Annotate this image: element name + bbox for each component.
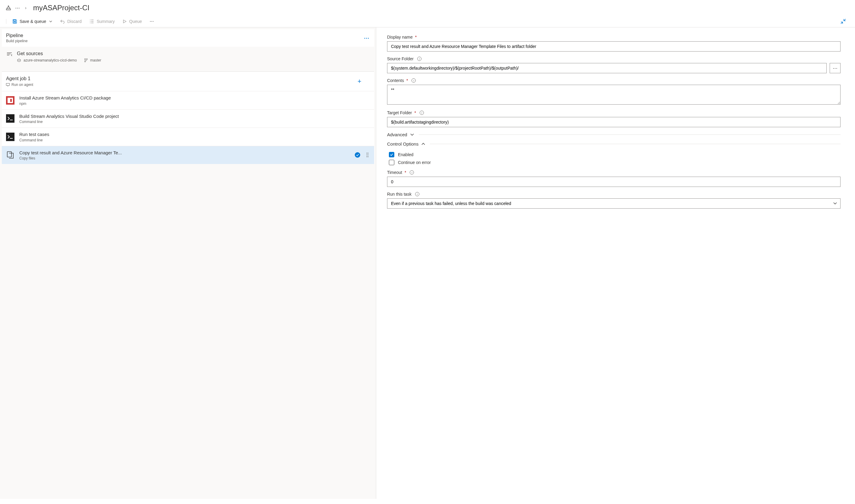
- target-folder-input[interactable]: [387, 117, 840, 127]
- repo-icon: [17, 58, 21, 62]
- contents-textarea[interactable]: [387, 85, 840, 105]
- pipeline-title: Pipeline: [6, 33, 28, 38]
- required-marker: *: [406, 78, 408, 83]
- svg-rect-4: [6, 84, 10, 86]
- terminal-icon: [6, 114, 15, 123]
- svg-point-13: [367, 155, 367, 155]
- svg-point-2: [86, 58, 87, 60]
- svg-rect-0: [6, 9, 11, 10]
- breadcrumb-more[interactable]: ⋯: [15, 5, 20, 11]
- task-title: Copy test result and Azure Resource Mana…: [19, 150, 128, 156]
- task-row-selected[interactable]: Copy test result and Azure Resource Mana…: [2, 146, 374, 164]
- undo-icon: [60, 19, 65, 24]
- drag-handle-icon[interactable]: [365, 152, 370, 157]
- copy-icon: [6, 151, 15, 159]
- task-row[interactable]: Run test cases Command line: [2, 127, 374, 146]
- task-row[interactable]: Build Stream Analytics Visual Studio Cod…: [2, 109, 374, 128]
- chevron-right-icon: ›: [24, 5, 27, 10]
- chevron-down-icon: [49, 20, 52, 22]
- browse-button[interactable]: ⋯: [830, 63, 840, 73]
- toolbar-more[interactable]: ⋯: [150, 19, 154, 24]
- breadcrumb: ⋯ › myASAProject-CI: [0, 0, 855, 16]
- task-subtitle: Command line: [19, 138, 370, 142]
- task-title: Install Azure Stream Analytics CI/CD pac…: [19, 95, 370, 101]
- discard-button[interactable]: Discard: [60, 19, 82, 24]
- npm-icon: [6, 96, 15, 105]
- source-folder-input[interactable]: [387, 63, 827, 73]
- info-icon[interactable]: i: [410, 170, 414, 175]
- info-icon[interactable]: i: [415, 192, 419, 196]
- enabled-label: Enabled: [398, 152, 413, 157]
- required-marker: *: [414, 110, 416, 115]
- toolbar: Save & queue Discard Summary Queue ⋯: [0, 16, 855, 28]
- info-icon[interactable]: i: [417, 57, 421, 61]
- save-icon: [12, 19, 17, 24]
- agent-job-title: Agent job 1: [6, 76, 33, 82]
- svg-point-16: [368, 157, 368, 157]
- get-sources-icon: [6, 51, 13, 56]
- task-title: Run test cases: [19, 131, 370, 138]
- branch-icon: [84, 58, 88, 62]
- task-subtitle: npm: [19, 102, 370, 106]
- branch-name: master: [90, 58, 101, 62]
- target-folder-label: Target Folder: [387, 110, 412, 115]
- task-subtitle: Copy files: [19, 156, 350, 160]
- get-sources-row[interactable]: Get sources azure-streamanalytics-cicd-d…: [2, 48, 374, 67]
- task-subtitle: Command line: [19, 120, 370, 124]
- svg-point-11: [367, 153, 367, 154]
- display-name-input[interactable]: [387, 41, 840, 52]
- chevron-down-icon: [410, 133, 414, 136]
- pipeline-subtitle: Build pipeline: [6, 39, 28, 43]
- chevron-up-icon: [421, 143, 425, 145]
- svg-rect-8: [6, 114, 15, 123]
- list-icon: [89, 19, 94, 24]
- repo-name: azure-streamanalytics-cicd-demo: [23, 58, 77, 62]
- info-icon[interactable]: i: [412, 78, 416, 83]
- get-sources-title: Get sources: [17, 51, 370, 58]
- control-options-section[interactable]: Control Options: [387, 141, 840, 146]
- run-this-task-select[interactable]: [387, 198, 840, 209]
- terminal-icon: [6, 133, 15, 141]
- queue-button[interactable]: Queue: [122, 19, 142, 24]
- svg-rect-10: [7, 151, 12, 157]
- advanced-section[interactable]: Advanced: [387, 132, 840, 137]
- task-row[interactable]: Install Azure Stream Analytics CI/CD pac…: [2, 91, 374, 109]
- display-name-label: Display name: [387, 35, 413, 39]
- svg-point-3: [85, 61, 86, 62]
- pipeline-more[interactable]: ⋯: [364, 35, 370, 41]
- play-icon: [122, 19, 127, 23]
- svg-point-1: [85, 58, 86, 60]
- pipeline-row[interactable]: Pipeline Build pipeline ⋯: [2, 29, 374, 47]
- required-marker: *: [405, 170, 406, 175]
- agent-job-row[interactable]: Agent job 1 Run on agent +: [2, 71, 374, 91]
- info-icon[interactable]: i: [420, 111, 424, 115]
- pipeline-icon: [6, 5, 11, 10]
- run-this-task-label: Run this task: [387, 192, 412, 197]
- main: Pipeline Build pipeline ⋯ Get sources az…: [0, 28, 855, 499]
- timeout-input[interactable]: [387, 177, 840, 187]
- add-task-button[interactable]: +: [357, 77, 370, 85]
- page-title[interactable]: myASAProject-CI: [33, 4, 90, 12]
- svg-point-15: [367, 157, 367, 157]
- required-marker: *: [415, 35, 417, 39]
- svg-rect-7: [10, 99, 12, 102]
- contents-label: Contents: [387, 78, 404, 83]
- summary-button[interactable]: Summary: [89, 19, 115, 24]
- svg-rect-9: [6, 133, 15, 141]
- task-title: Build Stream Analytics Visual Studio Cod…: [19, 113, 370, 119]
- check-badge-icon: [355, 152, 360, 158]
- timeout-label: Timeout: [387, 170, 402, 175]
- enabled-checkbox[interactable]: [389, 152, 394, 157]
- task-details-panel: Display name * Source Folder i ⋯ Content…: [376, 28, 855, 499]
- svg-point-14: [368, 155, 368, 155]
- continue-on-error-label: Continue on error: [398, 160, 431, 165]
- exit-fullscreen-icon[interactable]: [840, 19, 849, 24]
- agent-icon: [6, 83, 10, 86]
- source-folder-label: Source Folder: [387, 56, 414, 61]
- save-queue-button[interactable]: Save & queue: [6, 19, 52, 24]
- svg-point-12: [368, 153, 368, 154]
- tasks-panel: Pipeline Build pipeline ⋯ Get sources az…: [0, 28, 376, 499]
- continue-on-error-checkbox[interactable]: [389, 160, 394, 165]
